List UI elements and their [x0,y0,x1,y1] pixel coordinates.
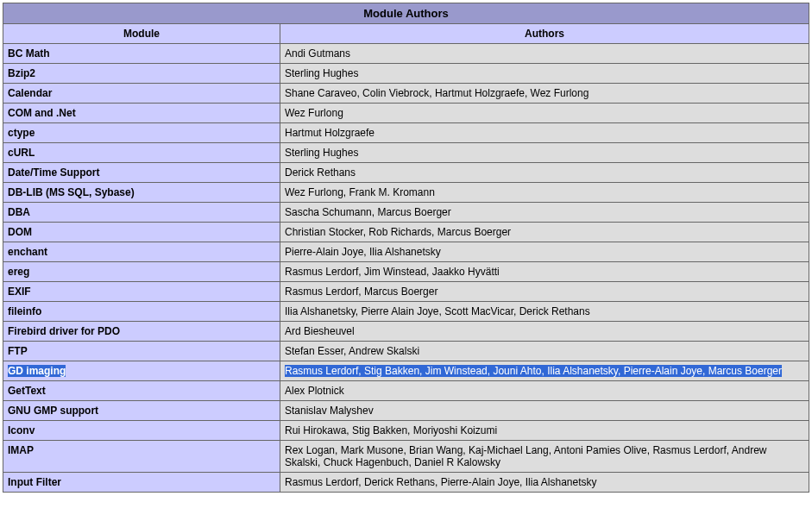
module-cell: GNU GMP support [3,401,280,421]
authors-cell: Wez Furlong, Frank M. Kromann [280,183,809,203]
table-row: GD imagingRasmus Lerdorf, Stig Bakken, J… [3,361,809,381]
authors-cell: Stanislav Malyshev [280,401,809,421]
module-cell: FTP [3,342,280,361]
authors-cell: Ard Biesheuvel [280,322,809,342]
table-row: DBASascha Schumann, Marcus Boerger [3,203,809,223]
authors-cell: Rui Hirokawa, Stig Bakken, Moriyoshi Koi… [280,421,809,441]
table-row: enchantPierre-Alain Joye, Ilia Alshanets… [3,242,809,262]
module-cell: EXIF [3,282,280,302]
module-cell: DB-LIB (MS SQL, Sybase) [3,183,280,203]
table-row: fileinfoIlia Alshanetsky, Pierre Alain J… [3,302,809,322]
authors-cell: Derick Rethans [280,163,809,183]
table-row: GetTextAlex Plotnick [3,381,809,401]
table-row: GNU GMP supportStanislav Malyshev [3,401,809,421]
authors-cell: Rasmus Lerdorf, Stig Bakken, Jim Winstea… [280,361,809,381]
table-row: IMAPRex Logan, Mark Musone, Brian Wang, … [3,441,809,473]
authors-cell: Andi Gutmans [280,44,809,64]
module-cell: GetText [3,381,280,401]
column-header-module: Module [3,24,280,44]
authors-cell: Sterling Hughes [280,143,809,163]
authors-cell: Hartmut Holzgraefe [280,123,809,143]
table-row: DB-LIB (MS SQL, Sybase)Wez Furlong, Fran… [3,183,809,203]
table-row: Bzip2Sterling Hughes [3,64,809,84]
module-cell: Iconv [3,421,280,441]
table-row: Input FilterRasmus Lerdorf, Derick Retha… [3,473,809,493]
authors-cell: Sterling Hughes [280,64,809,84]
module-cell: Firebird driver for PDO [3,322,280,342]
module-cell: Bzip2 [3,64,280,84]
authors-cell: Ilia Alshanetsky, Pierre Alain Joye, Sco… [280,302,809,322]
authors-text: Rasmus Lerdorf, Stig Bakken, Jim Winstea… [285,365,782,377]
table-row: BC MathAndi Gutmans [3,44,809,64]
authors-cell: Shane Caraveo, Colin Viebrock, Hartmut H… [280,84,809,104]
authors-cell: Rasmus Lerdorf, Marcus Boerger [280,282,809,302]
table-row: ctypeHartmut Holzgraefe [3,123,809,143]
module-cell: ctype [3,123,280,143]
module-cell: DBA [3,203,280,223]
module-cell: GD imaging [3,361,280,381]
module-authors-table: Module Authors Module Authors BC MathAnd… [3,3,809,493]
authors-cell: Sascha Schumann, Marcus Boerger [280,203,809,223]
table-row: IconvRui Hirokawa, Stig Bakken, Moriyosh… [3,421,809,441]
table-row: DOMChristian Stocker, Rob Richards, Marc… [3,223,809,242]
module-cell: cURL [3,143,280,163]
authors-cell: Rex Logan, Mark Musone, Brian Wang, Kaj-… [280,441,809,473]
module-cell: ereg [3,262,280,282]
table-row: COM and .NetWez Furlong [3,104,809,123]
table-row: EXIFRasmus Lerdorf, Marcus Boerger [3,282,809,302]
module-cell: Date/Time Support [3,163,280,183]
table-title: Module Authors [3,3,809,24]
module-cell: COM and .Net [3,104,280,123]
table-row: Date/Time SupportDerick Rethans [3,163,809,183]
authors-cell: Stefan Esser, Andrew Skalski [280,342,809,361]
authors-cell: Rasmus Lerdorf, Derick Rethans, Pierre-A… [280,473,809,493]
module-cell: Calendar [3,84,280,104]
table-row: eregRasmus Lerdorf, Jim Winstead, Jaakko… [3,262,809,282]
authors-cell: Wez Furlong [280,104,809,123]
authors-cell: Pierre-Alain Joye, Ilia Alshanetsky [280,242,809,262]
module-cell: IMAP [3,441,280,473]
module-name: GD imaging [8,365,66,377]
column-header-authors: Authors [280,24,809,44]
authors-cell: Rasmus Lerdorf, Jim Winstead, Jaakko Hyv… [280,262,809,282]
authors-cell: Alex Plotnick [280,381,809,401]
module-cell: Input Filter [3,473,280,493]
module-cell: DOM [3,223,280,242]
table-row: Firebird driver for PDOArd Biesheuvel [3,322,809,342]
table-row: CalendarShane Caraveo, Colin Viebrock, H… [3,84,809,104]
module-cell: BC Math [3,44,280,64]
authors-cell: Christian Stocker, Rob Richards, Marcus … [280,223,809,242]
module-cell: fileinfo [3,302,280,322]
table-row: cURLSterling Hughes [3,143,809,163]
module-cell: enchant [3,242,280,262]
table-row: FTPStefan Esser, Andrew Skalski [3,342,809,361]
